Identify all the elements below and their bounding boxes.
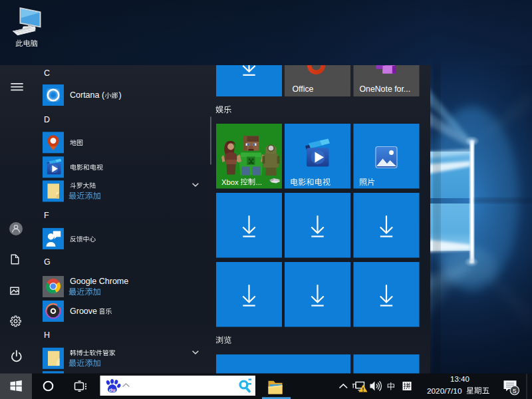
svg-text:13:40: 13:40 — [450, 375, 469, 383]
svg-text:): ) — [119, 90, 122, 100]
svg-text:...: ... — [256, 178, 262, 186]
svg-text:D: D — [44, 115, 50, 124]
svg-text:du: du — [109, 387, 116, 393]
svg-text:5: 5 — [513, 387, 517, 394]
svg-text:C: C — [44, 68, 50, 78]
svg-text:H: H — [44, 331, 50, 340]
svg-text:Cortana (: Cortana ( — [70, 90, 105, 100]
svg-text:G: G — [44, 257, 51, 267]
svg-text:OneNote for...: OneNote for... — [360, 84, 411, 94]
svg-text:Google Chrome: Google Chrome — [70, 277, 128, 286]
svg-text:Xbox: Xbox — [221, 178, 239, 186]
svg-text:Office: Office — [293, 84, 314, 94]
svg-text:F: F — [44, 211, 49, 220]
svg-text:2020/7/10: 2020/7/10 — [427, 386, 462, 396]
svg-text:Groove: Groove — [70, 307, 97, 316]
